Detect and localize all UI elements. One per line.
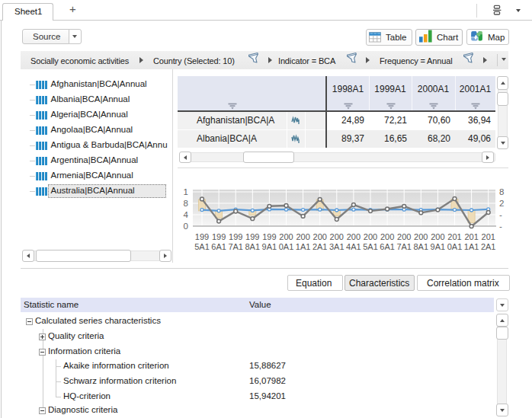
svg-text:1A1: 1A1 — [464, 242, 479, 251]
svg-text:201: 201 — [464, 232, 478, 241]
svg-text:200: 200 — [397, 232, 411, 241]
svg-text:8A1: 8A1 — [245, 242, 261, 251]
svg-text:1: 1 — [184, 187, 188, 196]
svg-text:199: 199 — [212, 232, 226, 241]
svg-text:200: 200 — [364, 232, 377, 241]
svg-text:7A1: 7A1 — [396, 242, 412, 251]
svg-text:9A1: 9A1 — [431, 242, 446, 251]
svg-text:8: 8 — [184, 199, 188, 208]
svg-text:0A1: 0A1 — [447, 242, 463, 251]
svg-text:4: 4 — [184, 210, 189, 219]
svg-text:0: 0 — [184, 222, 188, 231]
svg-text:2A1: 2A1 — [481, 242, 496, 251]
svg-text:8A1: 8A1 — [414, 242, 429, 251]
svg-text:6A1: 6A1 — [211, 242, 226, 251]
svg-text:5A1: 5A1 — [194, 242, 210, 251]
svg-text:201: 201 — [482, 232, 495, 241]
svg-text:200: 200 — [313, 232, 327, 241]
svg-text:201: 201 — [447, 232, 461, 241]
svg-text:200: 200 — [431, 232, 444, 241]
svg-text:2: 2 — [499, 199, 504, 208]
svg-text:200: 200 — [330, 232, 344, 241]
svg-text:9A1: 9A1 — [262, 242, 277, 251]
svg-text:3A1: 3A1 — [329, 242, 345, 251]
svg-text:200: 200 — [347, 232, 361, 241]
svg-text:200: 200 — [414, 232, 428, 241]
svg-text:-: - — [499, 222, 502, 231]
svg-text:199: 199 — [195, 232, 209, 241]
svg-text:-: - — [499, 210, 502, 219]
svg-text:1A1: 1A1 — [296, 242, 311, 251]
svg-text:4A1: 4A1 — [346, 242, 361, 251]
svg-text:6A1: 6A1 — [380, 242, 395, 251]
svg-text:0A1: 0A1 — [279, 242, 294, 251]
svg-text:199: 199 — [229, 232, 242, 241]
svg-text:199: 199 — [262, 232, 276, 241]
svg-text:7A1: 7A1 — [228, 242, 243, 251]
svg-text:200: 200 — [296, 232, 309, 241]
svg-text:5A1: 5A1 — [363, 242, 378, 251]
svg-text:200: 200 — [380, 232, 394, 241]
svg-text:8: 8 — [499, 187, 504, 196]
svg-text:200: 200 — [279, 232, 293, 241]
svg-text:2A1: 2A1 — [312, 242, 328, 251]
svg-text:199: 199 — [245, 232, 259, 241]
